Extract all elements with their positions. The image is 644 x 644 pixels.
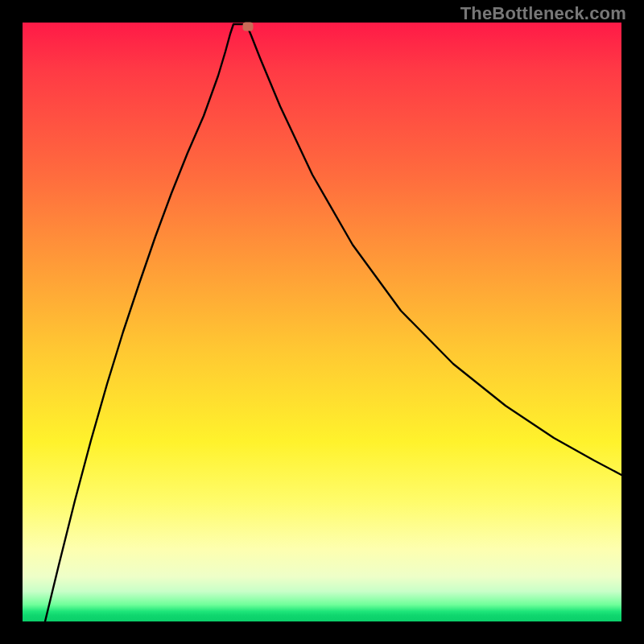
optimal-point-marker <box>243 23 254 31</box>
plot-area <box>23 23 621 621</box>
bottleneck-curve <box>23 23 621 621</box>
curve-path <box>45 24 621 621</box>
watermark-text: TheBottleneck.com <box>460 3 626 24</box>
chart-frame: TheBottleneck.com <box>0 0 644 644</box>
